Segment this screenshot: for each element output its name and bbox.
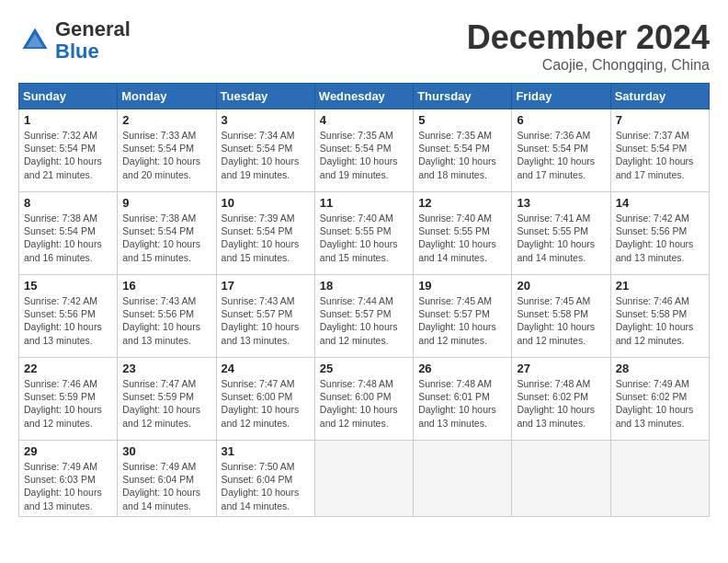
calendar-cell: 16 Sunrise: 7:43 AMSunset: 5:56 PMDaylig… [118, 275, 216, 358]
day-info: Sunrise: 7:40 AMSunset: 5:55 PMDaylight:… [320, 213, 398, 263]
location-subtitle: Caojie, Chongqing, China [467, 57, 710, 74]
calendar-cell: 4 Sunrise: 7:35 AMSunset: 5:54 PMDayligh… [314, 109, 413, 192]
month-title: December 2024 [467, 18, 710, 57]
calendar-cell: 30 Sunrise: 7:49 AMSunset: 6:04 PMDaylig… [118, 441, 216, 517]
col-sunday: Sunday [19, 84, 118, 109]
day-number: 20 [517, 279, 605, 293]
calendar-cell: 17 Sunrise: 7:43 AMSunset: 5:57 PMDaylig… [216, 275, 314, 358]
calendar-cell [512, 441, 610, 517]
day-info: Sunrise: 7:47 AMSunset: 6:00 PMDaylight:… [222, 378, 300, 429]
day-info: Sunrise: 7:36 AMSunset: 5:54 PMDaylight:… [517, 130, 595, 180]
day-info: Sunrise: 7:34 AMSunset: 5:54 PMDaylight:… [222, 130, 300, 180]
day-number: 16 [122, 279, 210, 293]
day-number: 31 [222, 444, 310, 458]
calendar-cell: 12 Sunrise: 7:40 AMSunset: 5:55 PMDaylig… [414, 192, 512, 275]
day-number: 23 [122, 362, 210, 375]
day-info: Sunrise: 7:35 AMSunset: 5:54 PMDaylight:… [320, 130, 398, 180]
day-number: 28 [616, 362, 704, 375]
day-number: 25 [320, 362, 408, 375]
day-info: Sunrise: 7:38 AMSunset: 5:54 PMDaylight:… [24, 213, 102, 263]
day-number: 24 [222, 362, 310, 375]
calendar-cell [414, 441, 512, 517]
day-number: 4 [320, 113, 408, 127]
calendar-cell: 2 Sunrise: 7:33 AMSunset: 5:54 PMDayligh… [118, 109, 216, 192]
day-number: 18 [320, 279, 408, 293]
calendar-header-row: Sunday Monday Tuesday Wednesday Thursday… [19, 84, 710, 109]
calendar-cell: 14 Sunrise: 7:42 AMSunset: 5:56 PMDaylig… [610, 192, 709, 275]
calendar-cell: 26 Sunrise: 7:48 AMSunset: 6:01 PMDaylig… [414, 358, 512, 441]
day-info: Sunrise: 7:49 AMSunset: 6:04 PMDaylight:… [122, 461, 200, 511]
day-info: Sunrise: 7:39 AMSunset: 5:54 PMDaylight:… [222, 213, 300, 263]
col-friday: Friday [512, 84, 610, 109]
day-info: Sunrise: 7:45 AMSunset: 5:57 PMDaylight:… [418, 295, 496, 346]
calendar-cell: 27 Sunrise: 7:48 AMSunset: 6:02 PMDaylig… [512, 358, 610, 441]
day-number: 7 [616, 113, 704, 127]
day-info: Sunrise: 7:48 AMSunset: 6:00 PMDaylight:… [320, 378, 398, 429]
calendar-cell: 18 Sunrise: 7:44 AMSunset: 5:57 PMDaylig… [314, 275, 413, 358]
col-thursday: Thursday [414, 84, 512, 109]
day-info: Sunrise: 7:50 AMSunset: 6:04 PMDaylight:… [222, 461, 300, 511]
day-number: 2 [122, 113, 210, 127]
logo-blue: Blue [55, 40, 99, 63]
day-info: Sunrise: 7:42 AMSunset: 5:56 PMDaylight:… [616, 213, 694, 263]
day-number: 30 [122, 444, 210, 458]
calendar-cell: 20 Sunrise: 7:45 AMSunset: 5:58 PMDaylig… [512, 275, 610, 358]
day-info: Sunrise: 7:47 AMSunset: 5:59 PMDaylight:… [122, 378, 200, 429]
day-info: Sunrise: 7:49 AMSunset: 6:03 PMDaylight:… [24, 461, 102, 511]
day-number: 26 [418, 362, 506, 375]
day-info: Sunrise: 7:43 AMSunset: 5:56 PMDaylight:… [122, 295, 200, 346]
day-number: 27 [517, 362, 605, 375]
col-wednesday: Wednesday [314, 84, 413, 109]
day-info: Sunrise: 7:48 AMSunset: 6:01 PMDaylight:… [418, 378, 496, 429]
calendar-cell: 11 Sunrise: 7:40 AMSunset: 5:55 PMDaylig… [314, 192, 413, 275]
calendar-cell: 3 Sunrise: 7:34 AMSunset: 5:54 PMDayligh… [216, 109, 314, 192]
day-number: 3 [222, 113, 310, 127]
calendar-cell: 24 Sunrise: 7:47 AMSunset: 6:00 PMDaylig… [216, 358, 314, 441]
day-info: Sunrise: 7:45 AMSunset: 5:58 PMDaylight:… [517, 295, 595, 346]
day-number: 10 [222, 196, 310, 210]
day-number: 29 [24, 444, 112, 458]
col-monday: Monday [118, 84, 216, 109]
day-number: 12 [418, 196, 506, 210]
calendar-cell: 28 Sunrise: 7:49 AMSunset: 6:02 PMDaylig… [610, 358, 709, 441]
calendar-cell: 25 Sunrise: 7:48 AMSunset: 6:00 PMDaylig… [314, 358, 413, 441]
calendar-cell: 10 Sunrise: 7:39 AMSunset: 5:54 PMDaylig… [216, 192, 314, 275]
calendar-cell: 9 Sunrise: 7:38 AMSunset: 5:54 PMDayligh… [118, 192, 216, 275]
calendar-cell: 8 Sunrise: 7:38 AMSunset: 5:54 PMDayligh… [19, 192, 118, 275]
calendar-cell: 22 Sunrise: 7:46 AMSunset: 5:59 PMDaylig… [19, 358, 118, 441]
calendar-cell: 29 Sunrise: 7:49 AMSunset: 6:03 PMDaylig… [19, 441, 118, 517]
day-number: 6 [517, 113, 605, 127]
day-number: 15 [24, 279, 112, 293]
day-number: 5 [418, 113, 506, 127]
col-saturday: Saturday [610, 84, 709, 109]
day-info: Sunrise: 7:37 AMSunset: 5:54 PMDaylight:… [616, 130, 694, 180]
calendar-cell [610, 441, 709, 517]
title-block: December 2024 Caojie, Chongqing, China [467, 18, 710, 74]
day-info: Sunrise: 7:42 AMSunset: 5:56 PMDaylight:… [24, 295, 102, 346]
calendar-cell: 21 Sunrise: 7:46 AMSunset: 5:58 PMDaylig… [610, 275, 709, 358]
day-info: Sunrise: 7:41 AMSunset: 5:55 PMDaylight:… [517, 213, 595, 263]
day-number: 9 [122, 196, 210, 210]
day-info: Sunrise: 7:33 AMSunset: 5:54 PMDaylight:… [122, 130, 200, 180]
day-info: Sunrise: 7:38 AMSunset: 5:54 PMDaylight:… [122, 213, 200, 263]
calendar-cell: 5 Sunrise: 7:35 AMSunset: 5:54 PMDayligh… [414, 109, 512, 192]
day-info: Sunrise: 7:40 AMSunset: 5:55 PMDaylight:… [418, 213, 496, 263]
calendar-cell: 13 Sunrise: 7:41 AMSunset: 5:55 PMDaylig… [512, 192, 610, 275]
day-number: 19 [418, 279, 506, 293]
col-tuesday: Tuesday [216, 84, 314, 109]
calendar-cell: 23 Sunrise: 7:47 AMSunset: 5:59 PMDaylig… [118, 358, 216, 441]
day-info: Sunrise: 7:35 AMSunset: 5:54 PMDaylight:… [418, 130, 496, 180]
page-header: General Blue December 2024 Caojie, Chong… [18, 18, 710, 74]
day-number: 8 [24, 196, 112, 210]
day-number: 21 [616, 279, 704, 293]
calendar-cell: 31 Sunrise: 7:50 AMSunset: 6:04 PMDaylig… [216, 441, 314, 517]
day-info: Sunrise: 7:44 AMSunset: 5:57 PMDaylight:… [320, 295, 398, 346]
day-number: 22 [24, 362, 112, 375]
calendar-cell [314, 441, 413, 517]
calendar-cell: 15 Sunrise: 7:42 AMSunset: 5:56 PMDaylig… [19, 275, 118, 358]
day-number: 14 [616, 196, 704, 210]
calendar-cell: 1 Sunrise: 7:32 AMSunset: 5:54 PMDayligh… [19, 109, 118, 192]
logo-general: General [55, 17, 131, 40]
day-info: Sunrise: 7:48 AMSunset: 6:02 PMDaylight:… [517, 378, 595, 429]
logo-text: General Blue [55, 18, 131, 63]
